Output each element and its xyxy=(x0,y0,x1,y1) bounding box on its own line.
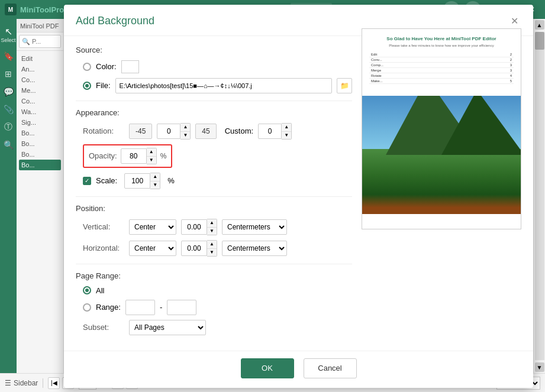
pdf-preview-area: So Glad to Have You Here at MiniTool PDF… xyxy=(362,28,521,229)
opacity-highlighted: Opacity: ▲ ▼ % xyxy=(83,144,172,168)
table-row: Edit2 xyxy=(369,52,514,57)
custom-spinners[interactable]: ▲ ▼ xyxy=(282,123,292,140)
sidebar-panel-header: MiniTool PDF xyxy=(17,19,63,33)
sidebar-item-bo1[interactable]: Bo... xyxy=(19,128,61,138)
table-row: Conv...2 xyxy=(369,57,514,63)
cancel-button[interactable]: Cancel xyxy=(304,358,357,378)
scroll-down-button[interactable]: ▼ xyxy=(535,362,544,372)
source-label: Source: xyxy=(76,46,352,54)
main-layout: ↖ Select 🔖 ⊞ 💬 📎 Ⓣ 🔍 MiniTool PDF Edit A… xyxy=(0,19,545,373)
scale-input[interactable]: ▲ ▼ xyxy=(124,173,160,189)
rotation-up-button[interactable]: ▲ xyxy=(180,124,190,131)
sidebar-item-bo2[interactable]: Bo... xyxy=(19,138,61,149)
vertical-value-input[interactable]: ▲ ▼ xyxy=(181,219,217,235)
page-range-label: Page Range: xyxy=(76,271,352,280)
pdf-preview: So Glad to Have You Here at MiniTool PDF… xyxy=(362,29,521,229)
horizontal-row: Horizontal: Center ▲ ▼ xyxy=(83,240,352,257)
horizontal-up-button[interactable]: ▲ xyxy=(207,241,217,248)
subset-select[interactable]: All Pages Odd Pages Even Pages xyxy=(129,320,206,335)
all-pages-radio[interactable] xyxy=(83,286,91,294)
file-path-input[interactable] xyxy=(115,78,332,93)
search-icon[interactable]: 🔍 xyxy=(1,138,15,152)
horizontal-unit-select[interactable]: Centermeters xyxy=(222,241,287,256)
scale-label: Scale: xyxy=(96,176,117,185)
color-picker[interactable] xyxy=(121,60,139,73)
table-row: Make...5 xyxy=(369,79,514,84)
text-icon[interactable]: Ⓣ xyxy=(1,120,15,134)
sidebar-item-edit[interactable]: Edit xyxy=(19,53,61,64)
rotation-plus45-button[interactable]: 45 xyxy=(195,124,216,139)
sidebar-item-me[interactable]: Me... xyxy=(19,85,61,96)
vertical-up-button[interactable]: ▲ xyxy=(207,219,217,227)
file-radio-label: File: xyxy=(96,81,111,90)
first-page-button[interactable]: |◀ xyxy=(48,377,60,389)
opacity-label: Opacity: xyxy=(89,151,117,160)
sidebar-item-an[interactable]: An... xyxy=(19,64,61,74)
custom-up-button[interactable]: ▲ xyxy=(282,124,291,131)
range-radio-row: Range: - xyxy=(83,300,352,315)
all-radio-row: All xyxy=(83,286,352,295)
all-pages-label: All xyxy=(96,286,104,295)
select-tool-icon[interactable]: ↖ Select xyxy=(1,24,15,46)
horizontal-spinners[interactable]: ▲ ▼ xyxy=(207,240,217,257)
scale-checkbox[interactable]: ✓ xyxy=(83,177,91,185)
scale-spinners[interactable]: ▲ ▼ xyxy=(150,173,160,189)
sidebar-item-bo4[interactable]: Bo... xyxy=(19,160,61,170)
dialog-footer: OK Cancel xyxy=(64,351,533,388)
attachment-icon[interactable]: 📎 xyxy=(1,102,15,116)
range-to-input[interactable] xyxy=(167,300,196,315)
scale-up-button[interactable]: ▲ xyxy=(150,173,160,181)
vertical-spinners[interactable]: ▲ ▼ xyxy=(207,219,217,235)
file-radio[interactable] xyxy=(83,82,91,90)
pdf-content: So Glad to Have You Here at MiniTool PDF… xyxy=(362,29,521,96)
sidebar-item-wa[interactable]: Wa... xyxy=(19,106,61,117)
range-from-input[interactable] xyxy=(125,300,155,315)
scroll-thumb[interactable] xyxy=(535,32,544,50)
rotation-value-input[interactable]: ▲ ▼ xyxy=(157,123,191,140)
sidebar-item-co1[interactable]: Co... xyxy=(19,74,61,85)
separator-bottom xyxy=(43,378,43,388)
vertical-unit-select[interactable]: Centermeters xyxy=(222,219,287,235)
scroll-up-button[interactable]: ▲ xyxy=(535,20,544,30)
sidebar-toggle[interactable]: ☰ Sidebar xyxy=(5,379,38,387)
thumbnail-icon[interactable]: ⊞ xyxy=(1,67,15,81)
range-separator: - xyxy=(160,303,162,312)
pdf-title: So Glad to Have You Here at MiniTool PDF… xyxy=(369,36,514,41)
rotation-spinners[interactable]: ▲ ▼ xyxy=(180,123,191,140)
vertical-select[interactable]: Center xyxy=(129,219,176,235)
vertical-down-button[interactable]: ▼ xyxy=(207,227,217,235)
horizontal-down-button[interactable]: ▼ xyxy=(207,248,217,256)
sidebar-item-sig[interactable]: Sig... xyxy=(19,117,61,128)
custom-value-input[interactable]: ▲ ▼ xyxy=(258,123,292,140)
dialog-close-button[interactable]: ✕ xyxy=(507,14,521,28)
file-browse-button[interactable]: 📁 xyxy=(337,78,352,93)
appearance-label: Appearance: xyxy=(76,108,352,117)
opacity-up-button[interactable]: ▲ xyxy=(147,148,156,156)
scroll-track xyxy=(535,32,544,360)
dialog-preview: So Glad to Have You Here at MiniTool PDF… xyxy=(362,46,521,341)
bookmark-icon[interactable]: 🔖 xyxy=(1,49,15,63)
range-radio[interactable] xyxy=(83,303,91,312)
color-radio[interactable] xyxy=(83,63,91,71)
opacity-input[interactable]: ▲ ▼ xyxy=(121,148,157,164)
rotation-minus45-button[interactable]: -45 xyxy=(129,124,152,139)
comment-icon[interactable]: 💬 xyxy=(1,85,15,99)
rotation-down-button[interactable]: ▼ xyxy=(180,131,190,139)
opacity-spinners[interactable]: ▲ ▼ xyxy=(147,148,157,164)
sidebar-tool-icons: ↖ Select 🔖 ⊞ 💬 📎 Ⓣ 🔍 xyxy=(0,19,17,373)
horizontal-value-input[interactable]: ▲ ▼ xyxy=(181,240,217,257)
horizontal-select[interactable]: Center xyxy=(129,241,176,256)
opacity-down-button[interactable]: ▼ xyxy=(147,156,156,164)
pdf-subtitle: Please take a few minutes to know how we… xyxy=(369,44,514,47)
content-area: Extract T... 1 2 .2 .5 6 6 .8 Add Backgr… xyxy=(64,19,533,373)
app-name: MiniToolPro xyxy=(20,5,64,14)
subset-row: Subset: All Pages Odd Pages Even Pages xyxy=(83,320,352,335)
sidebar-search[interactable] xyxy=(19,35,61,48)
ok-button[interactable]: OK xyxy=(241,358,294,378)
sidebar-item-co2[interactable]: Co... xyxy=(19,96,61,106)
app-logo: M xyxy=(5,4,17,15)
sidebar-item-bo3[interactable]: Bo... xyxy=(19,149,61,160)
custom-down-button[interactable]: ▼ xyxy=(282,131,291,139)
sidebar-panel: MiniTool PDF Edit An... Co... Me... Co..… xyxy=(17,19,64,373)
scale-down-button[interactable]: ▼ xyxy=(150,181,160,189)
